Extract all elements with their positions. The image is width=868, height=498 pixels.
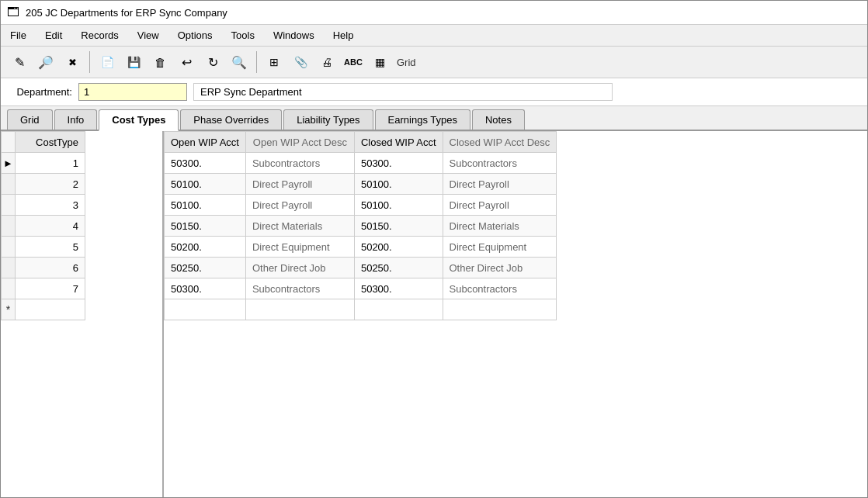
closed-wip-desc-cell[interactable]: Subcontractors <box>443 278 557 299</box>
menu-tools[interactable]: Tools <box>222 26 264 44</box>
table-row[interactable]: 50100. Direct Payroll 50100. Direct Payr… <box>165 195 557 216</box>
redo-button[interactable]: ↻ <box>200 50 225 74</box>
open-wip-acct-cell[interactable]: 50300. <box>165 278 246 299</box>
table-row[interactable]: 50250. Other Direct Job 50250. Other Dir… <box>165 258 557 278</box>
closed-wip-acct-cell[interactable]: 50200. <box>354 237 443 258</box>
open-wip-desc-cell[interactable]: Subcontractors <box>245 153 354 174</box>
clear-button[interactable]: ✖ <box>60 50 85 74</box>
menu-options[interactable]: Options <box>168 26 222 44</box>
table-row[interactable]: 50300. Subcontractors 50300. Subcontract… <box>165 153 557 174</box>
table-row[interactable]: ► 1 <box>2 153 85 174</box>
tab-info[interactable]: Info <box>54 109 98 130</box>
table-row[interactable]: 5 <box>2 237 85 258</box>
table-row[interactable]: 50200. Direct Equipment 50200. Direct Eq… <box>165 237 557 258</box>
edit-button[interactable]: ✎ <box>7 50 32 74</box>
closed-wip-acct-cell[interactable]: 50150. <box>354 216 443 237</box>
open-wip-acct-cell[interactable]: 50200. <box>165 237 246 258</box>
window-title: 205 JC Departments for ERP Sync Company <box>26 7 227 19</box>
tab-earnings-types[interactable]: Earnings Types <box>375 109 470 130</box>
find-button[interactable]: 🔎 <box>33 50 58 74</box>
cost-type-cell[interactable]: 1 <box>16 153 85 174</box>
open-wip-desc-header[interactable]: Open WIP Acct Desc <box>245 132 354 153</box>
search-button[interactable]: 🔍 <box>227 50 252 74</box>
delete-button[interactable]: 🗑 <box>148 50 172 74</box>
tab-liability-types[interactable]: Liability Types <box>283 109 373 130</box>
menu-view[interactable]: View <box>128 26 168 44</box>
menu-records[interactable]: Records <box>71 26 127 44</box>
cost-type-cell[interactable]: 7 <box>16 278 85 299</box>
closed-wip-desc-header[interactable]: Closed WIP Acct Desc <box>443 132 557 153</box>
row-indicator <box>2 174 16 195</box>
menu-help[interactable]: Help <box>324 26 363 44</box>
menu-bar: File Edit Records View Options Tools Win… <box>1 25 867 47</box>
star-closed-desc[interactable] <box>443 299 557 320</box>
undo-button[interactable]: ↩ <box>174 50 199 74</box>
app-window: 🗔 205 JC Departments for ERP Sync Compan… <box>0 0 868 498</box>
new-button[interactable]: 📄 <box>95 50 120 74</box>
right-table: Open WIP Acct Open WIP Acct Desc Closed … <box>164 131 557 320</box>
cost-type-header[interactable]: CostType <box>16 132 85 153</box>
closed-wip-acct-header[interactable]: Closed WIP Acct <box>354 132 443 153</box>
cost-type-cell[interactable]: 5 <box>16 237 85 258</box>
closed-wip-acct-cell[interactable]: 50250. <box>354 258 443 278</box>
save-button[interactable]: 💾 <box>121 50 146 74</box>
spell-button[interactable]: ABC <box>341 50 366 74</box>
print-button[interactable]: 🖨 <box>314 50 339 74</box>
table-row[interactable]: 50100. Direct Payroll 50100. Direct Payr… <box>165 174 557 195</box>
table-row[interactable]: 6 <box>2 258 85 278</box>
grid-view-button[interactable]: ▦ <box>367 50 392 74</box>
closed-wip-desc-cell[interactable]: Direct Payroll <box>443 195 557 216</box>
open-wip-desc-cell[interactable]: Direct Materials <box>245 216 354 237</box>
tab-cost-types[interactable]: Cost Types <box>99 109 179 131</box>
open-wip-acct-header[interactable]: Open WIP Acct <box>165 132 246 153</box>
star-open-acct[interactable] <box>165 299 246 320</box>
open-wip-acct-cell[interactable]: 50250. <box>165 258 246 278</box>
table-row[interactable]: 4 <box>2 216 85 237</box>
left-table: CostType ► 1 2 3 4 5 6 7 * <box>1 131 85 320</box>
separator-1 <box>89 51 90 73</box>
cost-type-cell[interactable]: 3 <box>16 195 85 216</box>
cost-type-cell[interactable]: 6 <box>16 258 85 278</box>
open-wip-desc-cell[interactable]: Direct Payroll <box>245 195 354 216</box>
closed-wip-acct-cell[interactable]: 50100. <box>354 174 443 195</box>
table-row[interactable]: 3 <box>2 195 85 216</box>
table-row[interactable]: 2 <box>2 174 85 195</box>
open-wip-acct-cell[interactable]: 50150. <box>165 216 246 237</box>
closed-wip-acct-cell[interactable]: 50100. <box>354 195 443 216</box>
open-wip-desc-cell[interactable]: Other Direct Job <box>245 258 354 278</box>
new-record-row[interactable]: * <box>2 299 85 320</box>
tab-grid[interactable]: Grid <box>7 109 53 130</box>
open-wip-desc-cell[interactable]: Direct Equipment <box>245 237 354 258</box>
open-wip-acct-cell[interactable]: 50300. <box>165 153 246 174</box>
closed-wip-desc-cell[interactable]: Direct Materials <box>443 216 557 237</box>
star-open-desc[interactable] <box>245 299 354 320</box>
tab-phase-overrides[interactable]: Phase Overrides <box>180 109 282 130</box>
table-row[interactable]: 7 <box>2 278 85 299</box>
attach-button[interactable]: 📎 <box>288 50 313 74</box>
table-row[interactable]: 50150. Direct Materials 50150. Direct Ma… <box>165 216 557 237</box>
closed-wip-desc-cell[interactable]: Other Direct Job <box>443 258 557 278</box>
closed-wip-desc-cell[interactable]: Direct Payroll <box>443 174 557 195</box>
open-wip-acct-cell[interactable]: 50100. <box>165 174 246 195</box>
table-row[interactable]: 50300. Subcontractors 50300. Subcontract… <box>165 278 557 299</box>
closed-wip-acct-cell[interactable]: 50300. <box>354 278 443 299</box>
new-record-row-right[interactable] <box>165 299 557 320</box>
star-closed-acct[interactable] <box>354 299 443 320</box>
cost-type-cell[interactable]: 4 <box>16 216 85 237</box>
closed-wip-desc-cell[interactable]: Direct Equipment <box>443 237 557 258</box>
department-input[interactable] <box>78 83 187 101</box>
department-description[interactable] <box>193 83 613 101</box>
grid-calc-button[interactable]: ⊞ <box>262 50 286 74</box>
row-indicator <box>2 278 16 299</box>
menu-edit[interactable]: Edit <box>36 26 71 44</box>
open-wip-acct-cell[interactable]: 50100. <box>165 195 246 216</box>
open-wip-desc-cell[interactable]: Direct Payroll <box>245 174 354 195</box>
menu-file[interactable]: File <box>1 26 36 44</box>
menu-windows[interactable]: Windows <box>264 26 324 44</box>
cost-type-cell[interactable]: 2 <box>16 174 85 195</box>
tab-notes[interactable]: Notes <box>472 109 525 130</box>
star-cost-type[interactable] <box>16 299 85 320</box>
open-wip-desc-cell[interactable]: Subcontractors <box>245 278 354 299</box>
closed-wip-desc-cell[interactable]: Subcontractors <box>443 153 557 174</box>
closed-wip-acct-cell[interactable]: 50300. <box>354 153 443 174</box>
